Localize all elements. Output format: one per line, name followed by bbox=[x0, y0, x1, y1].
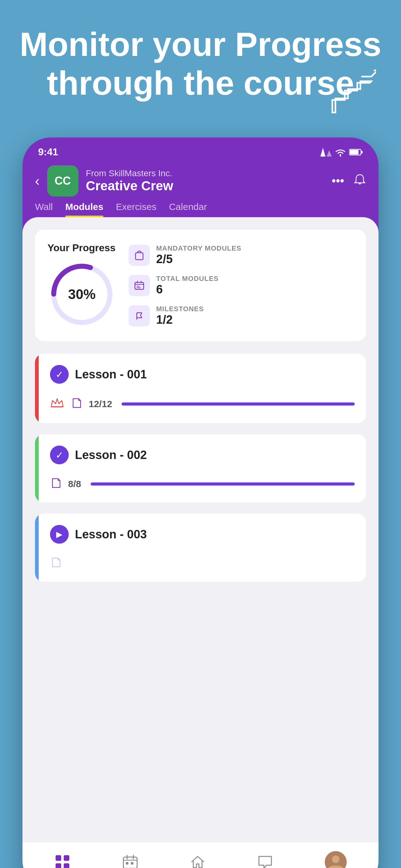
status-icons bbox=[321, 148, 363, 157]
grid-icon bbox=[54, 854, 71, 868]
lesson-footer-003 bbox=[50, 556, 355, 570]
app-from: From SkillMasters Inc. bbox=[86, 168, 324, 178]
lesson-card-002[interactable]: ✓ Lesson - 002 8/8 bbox=[35, 434, 366, 502]
tab-modules[interactable]: Modules bbox=[65, 202, 103, 217]
progress-left: Your Progress 30% bbox=[47, 242, 116, 329]
svg-rect-4 bbox=[350, 150, 359, 154]
lesson-footer-002: 8/8 bbox=[50, 477, 355, 491]
stat-info-milestones: MILESTONES 1/2 bbox=[156, 305, 204, 327]
header-actions: ••• bbox=[332, 174, 366, 189]
lesson-footer-001: 12/12 bbox=[50, 396, 355, 412]
tab-calendar[interactable]: Calendar bbox=[169, 202, 207, 217]
lesson-card-001[interactable]: ✓ Lesson - 001 bbox=[35, 354, 366, 423]
svg-rect-15 bbox=[131, 862, 133, 865]
nav-tabs: Wall Modules Exercises Calendar bbox=[23, 202, 378, 217]
bell-icon bbox=[354, 174, 366, 186]
milestones-label: MILESTONES bbox=[156, 305, 204, 313]
lesson-count-002: 8/8 bbox=[68, 479, 81, 489]
lesson-progress-bar-002 bbox=[91, 483, 355, 486]
content-area: Your Progress 30% bbox=[23, 217, 378, 842]
lesson-content-002: ✓ Lesson - 002 8/8 bbox=[39, 434, 366, 502]
lesson-sidebar-002 bbox=[35, 434, 39, 502]
lesson-name-002: Lesson - 002 bbox=[75, 448, 147, 462]
profile-avatar bbox=[325, 851, 347, 868]
lesson-complete-icon-002: ✓ bbox=[50, 445, 69, 464]
crown-icon-001 bbox=[50, 396, 64, 412]
donut-chart: 30% bbox=[47, 260, 116, 329]
stairs-icon bbox=[326, 69, 376, 119]
pages-icon-002 bbox=[50, 477, 62, 491]
stat-total-modules: TOTAL MODULES 6 bbox=[129, 275, 354, 296]
svg-rect-9 bbox=[56, 855, 61, 861]
lesson-card-003[interactable]: ▶ Lesson - 003 bbox=[35, 514, 366, 582]
total-modules-value: 6 bbox=[156, 283, 219, 296]
svg-rect-3 bbox=[361, 151, 363, 153]
stat-info-mandatory: MANDATORY MODULES 2/5 bbox=[156, 244, 241, 266]
phone-shell: 9:41 ‹ CC From SkillMaster bbox=[23, 137, 378, 868]
lesson-header-001: ✓ Lesson - 001 bbox=[50, 365, 355, 384]
back-button[interactable]: ‹ bbox=[35, 173, 40, 189]
signal-icon bbox=[321, 148, 332, 157]
nav-messages-button[interactable] bbox=[257, 854, 273, 868]
lesson-count-001: 12/12 bbox=[89, 399, 112, 409]
lesson-name-003: Lesson - 003 bbox=[75, 528, 147, 541]
lesson-play-icon-003: ▶ bbox=[50, 525, 69, 544]
svg-marker-1 bbox=[327, 150, 332, 157]
lesson-name-001: Lesson - 001 bbox=[75, 368, 147, 381]
pages-icon-003 bbox=[50, 556, 62, 570]
nav-profile-button[interactable] bbox=[325, 851, 347, 868]
svg-rect-10 bbox=[64, 855, 69, 861]
progress-title: Your Progress bbox=[47, 242, 115, 254]
status-bar: 9:41 bbox=[23, 137, 378, 158]
lesson-content-001: ✓ Lesson - 001 bbox=[39, 354, 366, 423]
app-logo: CC bbox=[47, 165, 78, 196]
progress-stats: MANDATORY MODULES 2/5 bbox=[129, 244, 354, 327]
wifi-icon bbox=[335, 148, 346, 157]
status-time: 9:41 bbox=[38, 146, 58, 158]
milestones-icon bbox=[129, 305, 150, 327]
lesson-content-003: ▶ Lesson - 003 bbox=[39, 514, 366, 582]
stat-milestones: MILESTONES 1/2 bbox=[129, 305, 354, 327]
svg-rect-13 bbox=[123, 857, 137, 868]
notification-bell-button[interactable] bbox=[354, 174, 366, 189]
pages-icon-001 bbox=[71, 397, 82, 411]
battery-icon bbox=[349, 148, 363, 156]
lesson-complete-icon-001: ✓ bbox=[50, 365, 69, 384]
total-modules-label: TOTAL MODULES bbox=[156, 275, 219, 283]
app-info: From SkillMasters Inc. Creative Crew bbox=[86, 168, 324, 193]
more-options-button[interactable]: ••• bbox=[332, 174, 344, 188]
tab-wall[interactable]: Wall bbox=[35, 202, 53, 217]
svg-rect-7 bbox=[136, 253, 143, 260]
lesson-progress-bar-001 bbox=[122, 402, 355, 406]
tab-exercises[interactable]: Exercises bbox=[116, 202, 157, 217]
mandatory-modules-label: MANDATORY MODULES bbox=[156, 244, 241, 252]
home-nav-icon bbox=[190, 854, 206, 868]
app-header: ‹ CC From SkillMasters Inc. Creative Cre… bbox=[23, 158, 378, 202]
mandatory-modules-icon bbox=[129, 245, 150, 266]
svg-marker-0 bbox=[321, 148, 326, 157]
nav-home-button[interactable] bbox=[54, 854, 71, 868]
lesson-header-003: ▶ Lesson - 003 bbox=[50, 525, 355, 544]
stat-info-total: TOTAL MODULES 6 bbox=[156, 275, 219, 296]
lesson-sidebar-001 bbox=[35, 354, 39, 423]
nav-browse-button[interactable] bbox=[190, 854, 206, 868]
lesson-progress-fill-001 bbox=[122, 402, 355, 406]
svg-point-17 bbox=[332, 856, 339, 863]
svg-rect-12 bbox=[64, 863, 69, 868]
mandatory-modules-value: 2/5 bbox=[156, 252, 241, 266]
lesson-sidebar-003 bbox=[35, 514, 39, 582]
calendar-nav-icon bbox=[122, 854, 138, 868]
total-modules-icon bbox=[129, 275, 150, 296]
app-name: Creative Crew bbox=[86, 178, 324, 193]
lesson-header-002: ✓ Lesson - 002 bbox=[50, 445, 355, 464]
milestones-value: 1/2 bbox=[156, 313, 204, 327]
lesson-progress-fill-002 bbox=[91, 483, 355, 486]
progress-card: Your Progress 30% bbox=[35, 230, 366, 341]
stat-mandatory-modules: MANDATORY MODULES 2/5 bbox=[129, 244, 354, 266]
bottom-navigation bbox=[23, 842, 378, 868]
svg-rect-14 bbox=[126, 862, 128, 865]
chat-nav-icon bbox=[257, 854, 273, 868]
progress-percentage: 30% bbox=[68, 286, 96, 302]
nav-calendar-button[interactable] bbox=[122, 854, 138, 868]
svg-rect-11 bbox=[56, 863, 61, 868]
